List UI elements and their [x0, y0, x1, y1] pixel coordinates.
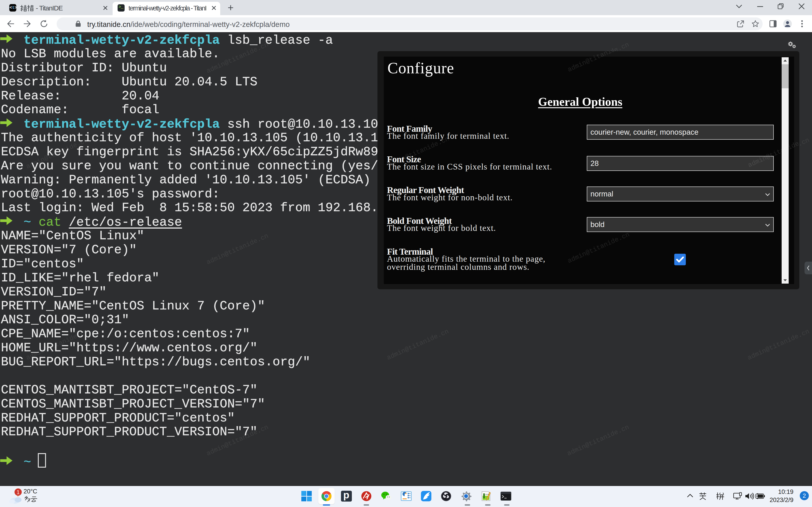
svg-text:1: 1: [16, 489, 19, 495]
